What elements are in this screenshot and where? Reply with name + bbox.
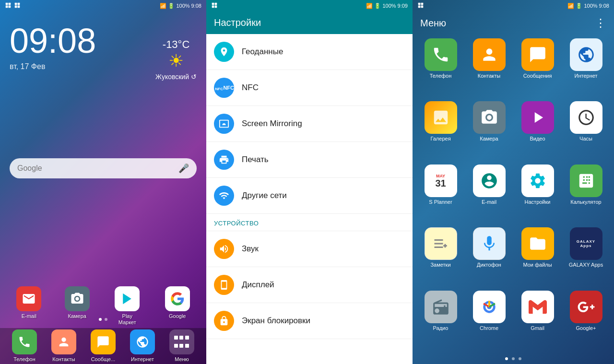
grid-chrome-icon bbox=[473, 291, 506, 323]
nfc-icon: NFC NFC bbox=[214, 78, 234, 98]
grid-calc-icon bbox=[570, 164, 602, 197]
app-grid-email2[interactable]: E-mail bbox=[467, 164, 511, 223]
apps-grid: Телефон Контакты Сообщения Интернет Га bbox=[413, 35, 614, 353]
panel-appmenu: 📶🔋 100% 9:08 Меню ⋮ Телефон Контакты Соо… bbox=[413, 0, 614, 364]
nfc-label: NFC bbox=[242, 83, 259, 93]
dock-phone[interactable]: Телефон bbox=[12, 329, 37, 363]
lockscreen-label: Экран блокировки bbox=[242, 316, 310, 326]
app-grid-camera[interactable]: Камера bbox=[467, 101, 511, 160]
networks-label: Другие сети bbox=[242, 191, 287, 200]
svg-rect-1 bbox=[9, 3, 11, 5]
grid-camera-label: Камера bbox=[480, 136, 498, 142]
app-grid-clock[interactable]: Часы bbox=[564, 101, 608, 160]
grid-myfiles-label: Мои файлы bbox=[523, 262, 552, 268]
settings-item-print[interactable]: Печать bbox=[206, 142, 413, 178]
app-grid-radio[interactable]: Радио bbox=[418, 291, 463, 350]
app-grid-chrome[interactable]: Chrome bbox=[467, 291, 511, 350]
panel-settings: 📶🔋 100% 9:09 Настройки Геоданные NFC NFC… bbox=[206, 0, 413, 364]
grid-splanner-label: S Planner bbox=[429, 199, 452, 205]
appmenu-title: Меню bbox=[420, 18, 446, 29]
grid-notes-label: Заметки bbox=[430, 262, 450, 268]
google-search-bar[interactable]: Google 🎤 bbox=[10, 158, 197, 178]
settings-item-display[interactable]: Дисплей bbox=[206, 267, 413, 303]
app-grid-gmail[interactable]: Gmail bbox=[515, 291, 560, 350]
app-grid-splanner[interactable]: MAY 31 S Planner bbox=[418, 164, 463, 223]
settings-item-geo[interactable]: Геоданные bbox=[206, 34, 413, 70]
appmenu-header: Меню ⋮ bbox=[413, 12, 614, 35]
grid-video-label: Видео bbox=[530, 136, 545, 142]
mic-icon[interactable]: 🎤 bbox=[178, 163, 189, 174]
dock-menu[interactable]: Меню bbox=[169, 329, 194, 363]
svg-rect-0 bbox=[6, 3, 8, 5]
svg-rect-10 bbox=[215, 3, 217, 5]
settings-item-nfc[interactable]: NFC NFC NFC bbox=[206, 70, 413, 106]
app-grid-myfiles[interactable]: Мои файлы bbox=[515, 227, 560, 286]
svg-rect-14 bbox=[418, 3, 421, 5]
svg-rect-5 bbox=[18, 3, 20, 5]
grid-galaxyapps-icon: GALAXY Apps bbox=[570, 227, 602, 260]
app-grid-notes[interactable]: Заметки bbox=[418, 227, 463, 286]
dock-messages[interactable]: Сообще... bbox=[91, 329, 116, 363]
dock-internet[interactable]: Интернет bbox=[130, 329, 155, 363]
dock: Телефон Контакты Сообще... Интернет bbox=[0, 328, 206, 364]
settings-item-lockscreen[interactable]: Экран блокировки bbox=[206, 303, 413, 339]
grid-recorder-label: Диктофон bbox=[477, 262, 501, 268]
app-grid-contacts[interactable]: Контакты bbox=[467, 38, 511, 97]
app-grid-gallery[interactable]: Галерея bbox=[418, 101, 463, 160]
status-right-panel1: 📶 🔋 100% 9:08 bbox=[160, 3, 201, 9]
grid-email2-icon bbox=[473, 164, 506, 197]
grid-email2-label: E-mail bbox=[482, 199, 496, 205]
grid-video-icon bbox=[521, 101, 554, 134]
svg-rect-6 bbox=[15, 6, 17, 8]
dock-contacts[interactable]: Контакты bbox=[51, 329, 76, 363]
refresh-icon[interactable]: ↺ bbox=[191, 73, 197, 81]
camera-icon bbox=[65, 286, 90, 311]
grid-gmail-label: Gmail bbox=[531, 325, 544, 331]
grid-contacts-icon bbox=[473, 38, 506, 71]
print-label: Печать bbox=[242, 155, 269, 164]
grid-calc-label: Калькулятор bbox=[570, 199, 601, 205]
page-dots bbox=[0, 318, 206, 321]
dock-internet-icon bbox=[130, 329, 155, 354]
settings-item-sound[interactable]: Звук bbox=[206, 231, 413, 267]
settings-item-mirroring[interactable]: Screen Mirroring bbox=[206, 106, 413, 142]
app-grid-phone[interactable]: Телефон bbox=[418, 38, 463, 97]
mirroring-icon bbox=[214, 114, 234, 134]
svg-rect-16 bbox=[418, 6, 421, 8]
app-grid-video[interactable]: Видео bbox=[515, 101, 560, 160]
grid-gplus-label: Google+ bbox=[576, 325, 596, 331]
app-grid-galaxyapps[interactable]: GALAXY Apps GALAXY Apps bbox=[564, 227, 608, 286]
display-icon bbox=[214, 275, 234, 295]
app-grid-messages[interactable]: Сообщения bbox=[515, 38, 560, 97]
grid-camera-icon bbox=[473, 101, 506, 134]
app-grid-settings2[interactable]: Настройки bbox=[515, 164, 560, 223]
status-left-icons bbox=[5, 2, 21, 10]
grid-gallery-icon bbox=[425, 101, 457, 134]
settings-item-networks[interactable]: Другие сети bbox=[206, 178, 413, 214]
grid-myfiles-icon bbox=[521, 227, 554, 260]
grid-radio-label: Радио bbox=[433, 325, 449, 331]
app-grid-calc[interactable]: Калькулятор bbox=[564, 164, 608, 223]
print-icon bbox=[214, 150, 234, 170]
device-section-header: УСТРОЙСТВО bbox=[206, 214, 413, 231]
dock-contacts-label: Контакты bbox=[52, 356, 75, 363]
settings-list: Геоданные NFC NFC NFC Screen Mirroring П… bbox=[206, 34, 413, 364]
dot-1 bbox=[99, 318, 102, 321]
grid-gallery-label: Галерея bbox=[430, 136, 450, 142]
grid-radio-icon bbox=[425, 291, 457, 323]
networks-icon bbox=[214, 186, 234, 206]
dock-menu-icon bbox=[169, 329, 194, 354]
status-bar-panel1: 📶 🔋 100% 9:08 bbox=[0, 0, 206, 12]
svg-rect-7 bbox=[18, 6, 20, 8]
app-grid-gplus[interactable]: Google+ bbox=[564, 291, 608, 350]
city-name: Жуковский ↺ bbox=[155, 73, 197, 81]
app-grid-recorder[interactable]: Диктофон bbox=[467, 227, 511, 286]
status-right-panel2: 📶🔋 100% 9:09 bbox=[366, 3, 408, 9]
svg-rect-17 bbox=[421, 6, 424, 8]
more-options-icon[interactable]: ⋮ bbox=[595, 16, 606, 30]
grid-chrome-label: Chrome bbox=[480, 325, 498, 331]
weather-widget: -13°C ☀ Жуковский ↺ bbox=[155, 38, 197, 81]
app-grid-internet[interactable]: Интернет bbox=[564, 38, 608, 97]
status-right-panel3: 📶🔋 100% 9:08 bbox=[567, 3, 609, 9]
google-app-icon bbox=[165, 286, 190, 311]
